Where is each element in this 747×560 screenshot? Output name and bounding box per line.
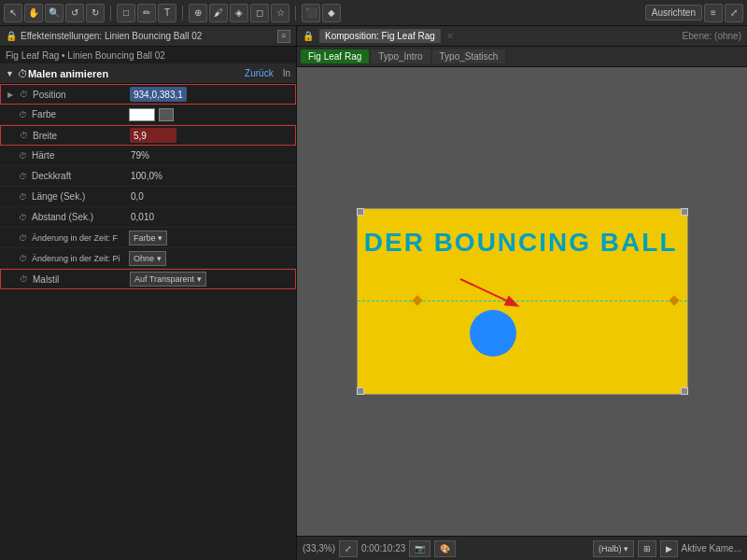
watch-farbe[interactable]: ⏱ — [17, 108, 29, 120]
expand-btn[interactable]: ⤢ — [725, 4, 743, 22]
deckkraft-value-area: 100,0% — [125, 171, 296, 181]
preview-btn[interactable]: ▶ — [660, 540, 678, 557]
light-tool[interactable]: ◆ — [322, 4, 341, 22]
cam-btn[interactable]: 📷 — [409, 540, 430, 557]
position-value[interactable]: 934,0,383,1 — [130, 87, 187, 102]
position-value-area: 934,0,383,1 — [126, 87, 295, 102]
effect-section-header[interactable]: ▼ ⏱ Malen animieren Zurück In — [0, 63, 296, 84]
stopwatch-icon: ⏱ — [18, 68, 28, 79]
rect-tool[interactable]: □ — [117, 4, 135, 22]
breite-label: Breite — [33, 131, 126, 141]
watch-haerte[interactable]: ⏱ — [17, 149, 29, 161]
diamond-handle-left[interactable] — [412, 295, 422, 305]
svg-line-0 — [460, 279, 516, 305]
corner-tr[interactable] — [681, 208, 688, 216]
expand-aenderung-pinsel[interactable] — [4, 253, 15, 264]
watch-breite[interactable]: ⏱ — [18, 130, 30, 142]
hand-tool[interactable]: ✋ — [24, 4, 43, 22]
text-tool[interactable]: T — [158, 4, 176, 22]
laenge-value-area: 0,0 — [125, 191, 296, 202]
comp-tab-typo-statisch[interactable]: Typo_Statisch — [432, 49, 506, 63]
color-btn[interactable]: 🎨 — [434, 540, 456, 557]
camera-label: Aktive Kame... — [682, 543, 741, 553]
expand-farbe[interactable] — [4, 109, 15, 120]
color-swatch[interactable] — [129, 108, 155, 121]
arrow-tool[interactable]: ↖ — [4, 4, 22, 22]
property-row-malstil: ⏱ Malstil Auf Transparent ▾ — [0, 269, 296, 289]
rotate-right-tool[interactable]: ↻ — [86, 4, 105, 22]
corner-tl[interactable] — [357, 208, 364, 216]
puppet-tool[interactable]: ☆ — [271, 4, 289, 22]
property-row-aenderung-pinsel: ⏱ Änderung in der Zeit: Pi Ohne ▾ — [0, 248, 296, 269]
watch-abstand[interactable]: ⏱ — [17, 211, 29, 223]
composition-panel: 🔒 Komposition: Fig Leaf Rag ✕ Ebene: (oh… — [297, 26, 747, 560]
rotate-tool[interactable]: ↺ — [65, 4, 84, 22]
effect-title: Effekteinstellungen: Linien Bouncing Bal… — [21, 31, 202, 41]
expand-aenderung-farbe[interactable] — [4, 232, 15, 244]
farbe-value-area — [125, 108, 296, 121]
zoom-tool[interactable]: 🔍 — [45, 4, 63, 22]
camera-tool[interactable]: ⬛ — [302, 4, 320, 22]
quality-dropdown[interactable]: (Halb) ▾ — [593, 540, 634, 557]
grid-btn[interactable]: ⊞ — [638, 540, 656, 557]
stamp-tool[interactable]: ◈ — [230, 4, 248, 22]
panel-menu[interactable]: ≡ — [704, 4, 723, 22]
quality-chevron: ▾ — [624, 544, 628, 553]
anchor-tool[interactable]: ⊕ — [189, 4, 207, 22]
expand-haerte[interactable] — [4, 150, 15, 161]
corner-bl[interactable] — [357, 387, 364, 395]
diamond-handle-right[interactable] — [669, 295, 679, 305]
comp-title[interactable]: Komposition: Fig Leaf Rag — [319, 29, 441, 43]
property-row-laenge: ⏱ Länge (Sek.) 0,0 — [0, 187, 296, 207]
expand-abstand[interactable] — [4, 212, 15, 223]
deckkraft-label: Deckkraft — [32, 171, 125, 181]
expand-position[interactable]: ▶ — [5, 89, 16, 100]
comp-tab-typo-intro[interactable]: Typo_Intro — [371, 49, 430, 63]
farbe-label: Farbe — [32, 109, 125, 119]
property-row-aenderung-farbe: ⏱ Änderung in der Zeit: F Farbe ▾ — [0, 228, 296, 248]
brush-tool[interactable]: 🖌 — [209, 4, 228, 22]
watch-position[interactable]: ⏱ — [18, 89, 30, 101]
layer-name-label: Ebene: (ohne) — [683, 31, 741, 41]
expand-laenge[interactable] — [4, 191, 15, 203]
malstil-value: Auf Transparent ▾ — [126, 272, 295, 287]
haerte-value-area: 79% — [125, 150, 296, 161]
property-row-position: ▶ ⏱ Position 934,0,383,1 — [0, 84, 296, 105]
watch-laenge[interactable]: ⏱ — [17, 190, 29, 203]
abstand-label: Abstand (Sek.) — [32, 212, 125, 222]
canvas-circle — [470, 310, 516, 357]
expand-malstil[interactable] — [5, 273, 16, 285]
corner-br[interactable] — [681, 387, 688, 395]
watch-aenderung-pinsel[interactable]: ⏱ — [17, 252, 29, 264]
comp-tab-fig-leaf-rag[interactable]: Fig Leaf Rag — [301, 49, 369, 63]
eraser-tool[interactable]: ◻ — [250, 4, 269, 22]
aenderung-farbe-label: Änderung in der Zeit: F — [32, 233, 125, 243]
effect-panel-menu-btn[interactable]: ≡ — [277, 30, 290, 43]
expand-breite[interactable] — [5, 130, 16, 141]
property-row-deckkraft: ⏱ Deckkraft 100,0% — [0, 166, 296, 187]
canvas-toolbar: (33,3%) ⤢ 0:00:10:23 📷 🎨 (Halb) ▾ ⊞ ▶ Ak… — [297, 536, 747, 560]
zoom-label: (33,3%) — [303, 543, 335, 553]
watch-malstil[interactable]: ⏱ — [18, 273, 30, 286]
laenge-value: 0,0 — [129, 191, 144, 202]
toolbar-icons: ↖ ✋ 🔍 ↺ ↻ □ ✏ T ⊕ 🖌 ◈ ◻ ☆ ⬛ ◆ Ausrichten… — [4, 4, 743, 22]
breite-value[interactable]: 5,9 — [130, 128, 176, 143]
malstil-label: Malstil — [33, 274, 126, 285]
malstil-dropdown[interactable]: Auf Transparent ▾ — [130, 272, 206, 287]
zoom-fit-btn[interactable]: ⤢ — [339, 540, 358, 557]
canvas-area: DER BOUNCING BALL — [297, 67, 747, 536]
properties-list: ▶ ⏱ Position 934,0,383,1 ⏱ Farbe — [0, 84, 296, 560]
watch-deckkraft[interactable]: ⏱ — [17, 170, 29, 182]
reset-btn[interactable]: Zurück — [241, 68, 277, 78]
expand-deckkraft[interactable] — [4, 171, 15, 182]
aenderung-farbe-dropdown[interactable]: Farbe ▾ — [129, 231, 167, 245]
aenderung-pinsel-dropdown[interactable]: Ohne ▾ — [129, 251, 166, 266]
color-swatch-btn[interactable] — [159, 108, 174, 121]
deckkraft-value: 100,0% — [129, 171, 162, 181]
align-button[interactable]: Ausrichten — [645, 5, 702, 21]
canvas-inner: DER BOUNCING BALL — [357, 208, 688, 395]
pen-tool[interactable]: ✏ — [137, 4, 156, 22]
expand-section-icon: ▼ — [6, 69, 14, 78]
aenderung-pinsel-label: Änderung in der Zeit: Pi — [32, 254, 125, 263]
watch-aenderung-farbe[interactable]: ⏱ — [17, 231, 29, 244]
